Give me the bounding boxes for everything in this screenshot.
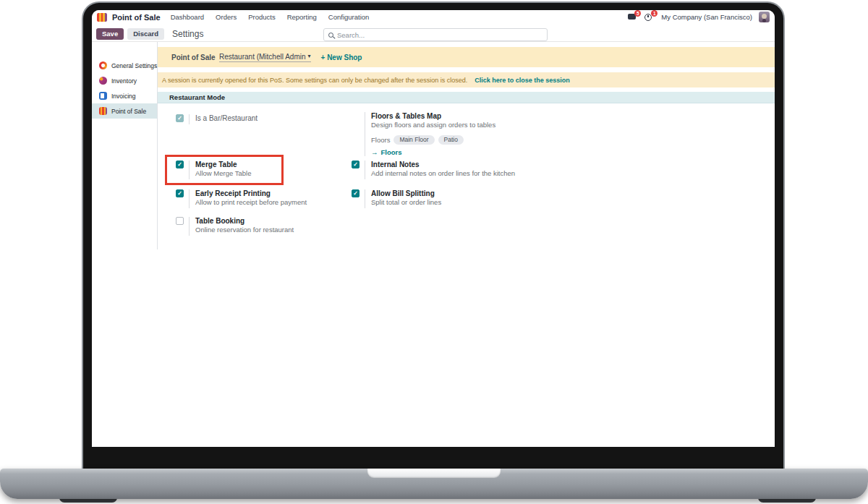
laptop-notch <box>367 469 501 478</box>
discard-button[interactable]: Discard <box>127 28 164 40</box>
save-button[interactable]: Save <box>96 28 124 40</box>
close-session-link[interactable]: Click here to close the session <box>475 77 570 84</box>
setting-table-booking: Table Booking Online reservation for res… <box>176 217 294 236</box>
checkbox-is-bar-restaurant[interactable]: ✓ <box>176 114 184 122</box>
settings-sidebar: General Settings Inventory Invoicing Poi… <box>92 42 158 249</box>
point-of-sale-app-icon[interactable] <box>97 13 107 22</box>
app-name[interactable]: Point of Sale <box>112 13 161 22</box>
section-header: Restaurant Mode <box>158 92 775 103</box>
setting-description: Allow to print receipt before payment <box>195 199 307 206</box>
checkbox-internal-notes[interactable]: ✓ <box>352 161 359 168</box>
laptop-mockup: Point of Sale Dashboard Orders Products … <box>0 0 868 504</box>
session-warning-text: A session is currently opened for this P… <box>162 77 467 84</box>
main-menu: Dashboard Orders Products Reporting Conf… <box>171 13 370 21</box>
inventory-icon <box>99 77 107 85</box>
session-warning-banner: A session is currently opened for this P… <box>158 72 775 87</box>
activities-badge: 1 <box>651 10 658 17</box>
arrow-right-icon: → <box>371 148 378 156</box>
checkbox-placeholder <box>352 112 359 156</box>
floors-internal-link[interactable]: → Floors <box>371 148 495 156</box>
menu-configuration[interactable]: Configuration <box>328 13 370 21</box>
shop-banner: Point of Sale Restaurant (Mitchell Admin… <box>158 47 775 67</box>
sidebar-item-label: Inventory <box>111 77 137 85</box>
setting-title: Table Booking <box>195 217 294 225</box>
setting-floors-tables-map: Floors & Tables Map Design floors and as… <box>352 112 495 156</box>
setting-description: Design floors and assign orders to table… <box>371 121 495 129</box>
check-icon: ✓ <box>177 191 182 197</box>
settings-main: Point of Sale Restaurant (Mitchell Admin… <box>158 42 775 447</box>
setting-early-receipt-printing: ✓ Early Receipt Printing Allow to print … <box>176 189 307 208</box>
highlight-box <box>165 155 284 185</box>
check-icon: ✓ <box>353 191 358 197</box>
sidebar-item-label: Invoicing <box>111 93 136 100</box>
section-title: Restaurant Mode <box>169 93 225 101</box>
menu-reporting[interactable]: Reporting <box>287 13 317 21</box>
shop-field-label: Point of Sale <box>171 54 219 61</box>
setting-description: Add internal notes on order lines for th… <box>371 170 515 177</box>
messages-badge: 5 <box>634 10 641 17</box>
messages-button[interactable]: 5 <box>628 13 638 22</box>
sidebar-item-invoicing[interactable]: Invoicing <box>92 88 157 103</box>
search-bar[interactable] <box>323 28 548 41</box>
invoicing-icon <box>99 92 107 100</box>
setting-is-bar-restaurant: ✓ Is a Bar/Restaurant <box>176 114 258 124</box>
floors-field: Floors Main Floor Patio <box>371 135 495 145</box>
control-panel: Save Discard Settings <box>92 24 775 42</box>
search-input[interactable] <box>337 31 542 39</box>
caret-down-icon: ▾ <box>308 54 311 59</box>
app-window: Point of Sale Dashboard Orders Products … <box>92 10 775 447</box>
setting-internal-notes: ✓ Internal Notes Add internal notes on o… <box>352 161 515 179</box>
setting-title: Floors & Tables Map <box>371 112 495 120</box>
sidebar-item-point-of-sale[interactable]: Point of Sale <box>92 103 157 119</box>
setting-title: Is a Bar/Restaurant <box>195 114 258 122</box>
checkbox-early-receipt-printing[interactable]: ✓ <box>176 189 184 197</box>
shop-selector[interactable]: Restaurant (Mitchell Admin ▾ <box>219 53 311 62</box>
setting-description: Online reservation for restaurant <box>195 226 294 234</box>
general-settings-icon <box>99 61 107 69</box>
top-navbar: Point of Sale Dashboard Orders Products … <box>92 10 775 24</box>
check-icon: ✓ <box>177 116 182 121</box>
control-panel-left: Save Discard Settings <box>96 28 203 40</box>
checkbox-table-booking[interactable] <box>176 217 184 225</box>
menu-products[interactable]: Products <box>248 13 276 21</box>
menu-dashboard[interactable]: Dashboard <box>171 13 204 21</box>
floors-link-label: Floors <box>381 148 402 156</box>
setting-title: Internal Notes <box>371 161 515 168</box>
floors-field-label: Floors <box>371 136 390 144</box>
floor-tag-patio[interactable]: Patio <box>438 135 464 145</box>
page-title: Settings <box>172 29 203 39</box>
new-shop-button[interactable]: + New Shop <box>321 54 362 61</box>
activities-button[interactable]: 1 <box>644 13 655 22</box>
setting-description: Split total or order lines <box>371 199 441 206</box>
setting-allow-bill-splitting: ✓ Allow Bill Splitting Split total or or… <box>352 189 441 208</box>
sidebar-item-inventory[interactable]: Inventory <box>92 73 157 88</box>
navbar-right: 5 1 My Company (San Francisco) <box>628 12 770 22</box>
sidebar-item-label: General Settings <box>111 62 157 69</box>
setting-title: Allow Bill Splitting <box>371 189 441 197</box>
company-switcher[interactable]: My Company (San Francisco) <box>661 13 752 21</box>
sidebar-item-general-settings[interactable]: General Settings <box>92 58 157 73</box>
floor-tag-main-floor[interactable]: Main Floor <box>393 135 434 145</box>
search-icon <box>328 33 333 38</box>
user-avatar[interactable] <box>759 12 770 22</box>
setting-title: Early Receipt Printing <box>195 189 307 197</box>
check-icon: ✓ <box>353 162 358 168</box>
point-of-sale-icon <box>99 107 107 115</box>
sidebar-item-label: Point of Sale <box>111 108 146 115</box>
shop-selector-value: Restaurant (Mitchell Admin <box>219 53 306 61</box>
checkbox-allow-bill-splitting[interactable]: ✓ <box>352 189 359 197</box>
menu-orders[interactable]: Orders <box>216 13 237 21</box>
